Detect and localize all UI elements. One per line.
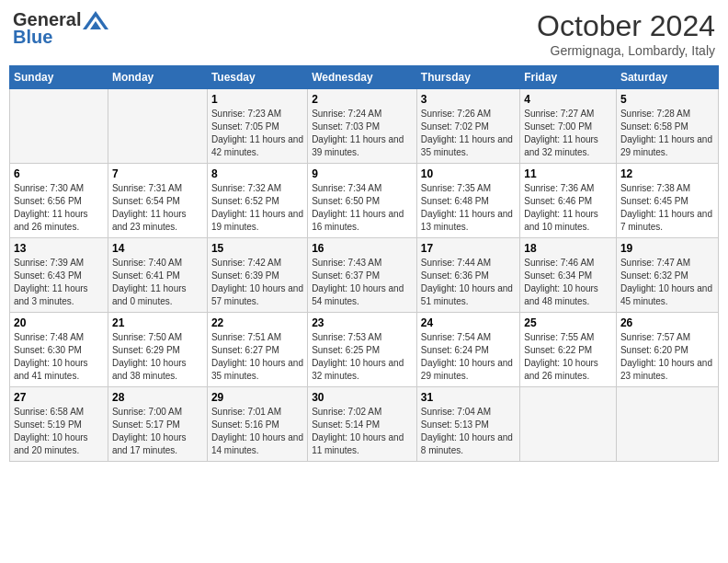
day-info: Sunrise: 7:27 AM Sunset: 7:00 PM Dayligh… (524, 108, 612, 159)
day-number: 7 (112, 167, 203, 180)
day-number: 5 (620, 93, 714, 106)
calendar-cell (520, 387, 617, 462)
day-header-sunday: Sunday (10, 66, 108, 89)
calendar-cell: 9Sunrise: 7:34 AM Sunset: 6:50 PM Daylig… (308, 164, 417, 238)
day-header-thursday: Thursday (416, 66, 519, 89)
day-info: Sunrise: 7:04 AM Sunset: 5:13 PM Dayligh… (421, 406, 516, 457)
calendar-cell (108, 89, 207, 164)
day-number: 27 (14, 391, 104, 404)
day-number: 10 (421, 167, 516, 180)
calendar-cell: 26Sunrise: 7:57 AM Sunset: 6:20 PM Dayli… (616, 313, 718, 387)
day-info: Sunrise: 7:53 AM Sunset: 6:25 PM Dayligh… (312, 331, 413, 383)
calendar-cell: 6Sunrise: 7:30 AM Sunset: 6:56 PM Daylig… (10, 164, 108, 238)
day-info: Sunrise: 7:23 AM Sunset: 7:05 PM Dayligh… (211, 108, 303, 159)
logo-icon (83, 11, 108, 29)
calendar-week-4: 20Sunrise: 7:48 AM Sunset: 6:30 PM Dayli… (10, 313, 719, 387)
calendar-cell (616, 387, 718, 462)
day-header-monday: Monday (108, 66, 207, 89)
calendar-cell: 16Sunrise: 7:43 AM Sunset: 6:37 PM Dayli… (308, 238, 417, 313)
day-number: 25 (524, 316, 612, 329)
day-info: Sunrise: 7:00 AM Sunset: 5:17 PM Dayligh… (112, 406, 203, 457)
logo: General Blue (13, 9, 108, 48)
month-title: October 2024 (537, 9, 715, 43)
calendar-cell: 15Sunrise: 7:42 AM Sunset: 6:39 PM Dayli… (207, 238, 307, 313)
calendar-cell: 23Sunrise: 7:53 AM Sunset: 6:25 PM Dayli… (308, 313, 417, 387)
day-number: 21 (112, 316, 203, 329)
calendar-cell: 2Sunrise: 7:24 AM Sunset: 7:03 PM Daylig… (308, 89, 417, 164)
day-info: Sunrise: 7:42 AM Sunset: 6:39 PM Dayligh… (211, 257, 303, 308)
day-number: 19 (620, 242, 714, 255)
calendar-week-3: 13Sunrise: 7:39 AM Sunset: 6:43 PM Dayli… (10, 238, 719, 313)
day-info: Sunrise: 7:57 AM Sunset: 6:20 PM Dayligh… (620, 331, 714, 383)
day-info: Sunrise: 7:43 AM Sunset: 6:37 PM Dayligh… (312, 257, 413, 308)
day-info: Sunrise: 7:34 AM Sunset: 6:50 PM Dayligh… (312, 182, 413, 234)
day-info: Sunrise: 7:26 AM Sunset: 7:02 PM Dayligh… (421, 108, 516, 159)
day-info: Sunrise: 7:51 AM Sunset: 6:27 PM Dayligh… (211, 331, 303, 383)
page-header: General Blue October 2024 Germignaga, Lo… (9, 9, 719, 58)
calendar-cell: 24Sunrise: 7:54 AM Sunset: 6:24 PM Dayli… (416, 313, 519, 387)
day-info: Sunrise: 7:50 AM Sunset: 6:29 PM Dayligh… (112, 331, 203, 383)
day-number: 18 (524, 242, 612, 255)
calendar-cell: 12Sunrise: 7:38 AM Sunset: 6:45 PM Dayli… (616, 164, 718, 238)
day-number: 24 (421, 316, 516, 329)
calendar-cell: 28Sunrise: 7:00 AM Sunset: 5:17 PM Dayli… (108, 387, 207, 462)
day-number: 15 (211, 242, 303, 255)
day-number: 4 (524, 93, 612, 106)
day-number: 6 (14, 167, 104, 180)
calendar-cell: 14Sunrise: 7:40 AM Sunset: 6:41 PM Dayli… (108, 238, 207, 313)
day-info: Sunrise: 7:31 AM Sunset: 6:54 PM Dayligh… (112, 182, 203, 234)
calendar-week-1: 1Sunrise: 7:23 AM Sunset: 7:05 PM Daylig… (10, 89, 719, 164)
day-number: 22 (211, 316, 303, 329)
days-header-row: SundayMondayTuesdayWednesdayThursdayFrid… (10, 66, 719, 89)
day-info: Sunrise: 7:40 AM Sunset: 6:41 PM Dayligh… (112, 257, 203, 308)
day-info: Sunrise: 7:44 AM Sunset: 6:36 PM Dayligh… (421, 257, 516, 308)
calendar-week-5: 27Sunrise: 6:58 AM Sunset: 5:19 PM Dayli… (10, 387, 719, 462)
title-block: October 2024 Germignaga, Lombardy, Italy (537, 9, 715, 58)
day-info: Sunrise: 7:54 AM Sunset: 6:24 PM Dayligh… (421, 331, 516, 383)
calendar-cell: 4Sunrise: 7:27 AM Sunset: 7:00 PM Daylig… (520, 89, 617, 164)
day-info: Sunrise: 7:32 AM Sunset: 6:52 PM Dayligh… (211, 182, 303, 234)
day-number: 2 (312, 93, 413, 106)
day-info: Sunrise: 7:30 AM Sunset: 6:56 PM Dayligh… (14, 182, 104, 234)
day-number: 1 (211, 93, 303, 106)
calendar-cell: 5Sunrise: 7:28 AM Sunset: 6:58 PM Daylig… (616, 89, 718, 164)
day-number: 3 (421, 93, 516, 106)
calendar-cell: 21Sunrise: 7:50 AM Sunset: 6:29 PM Dayli… (108, 313, 207, 387)
day-header-wednesday: Wednesday (308, 66, 417, 89)
day-header-saturday: Saturday (616, 66, 718, 89)
calendar-cell: 11Sunrise: 7:36 AM Sunset: 6:46 PM Dayli… (520, 164, 617, 238)
calendar-cell: 20Sunrise: 7:48 AM Sunset: 6:30 PM Dayli… (10, 313, 108, 387)
day-info: Sunrise: 7:47 AM Sunset: 6:32 PM Dayligh… (620, 257, 714, 308)
calendar-cell: 29Sunrise: 7:01 AM Sunset: 5:16 PM Dayli… (207, 387, 307, 462)
calendar-cell: 27Sunrise: 6:58 AM Sunset: 5:19 PM Dayli… (10, 387, 108, 462)
calendar-cell: 13Sunrise: 7:39 AM Sunset: 6:43 PM Dayli… (10, 238, 108, 313)
calendar-cell: 31Sunrise: 7:04 AM Sunset: 5:13 PM Dayli… (416, 387, 519, 462)
calendar-cell: 22Sunrise: 7:51 AM Sunset: 6:27 PM Dayli… (207, 313, 307, 387)
calendar-cell: 7Sunrise: 7:31 AM Sunset: 6:54 PM Daylig… (108, 164, 207, 238)
day-info: Sunrise: 7:35 AM Sunset: 6:48 PM Dayligh… (421, 182, 516, 234)
day-info: Sunrise: 7:24 AM Sunset: 7:03 PM Dayligh… (312, 108, 413, 159)
day-header-friday: Friday (520, 66, 617, 89)
day-info: Sunrise: 7:46 AM Sunset: 6:34 PM Dayligh… (524, 257, 612, 308)
day-info: Sunrise: 6:58 AM Sunset: 5:19 PM Dayligh… (14, 406, 104, 457)
day-number: 29 (211, 391, 303, 404)
day-info: Sunrise: 7:39 AM Sunset: 6:43 PM Dayligh… (14, 257, 104, 308)
day-info: Sunrise: 7:55 AM Sunset: 6:22 PM Dayligh… (524, 331, 612, 383)
day-info: Sunrise: 7:02 AM Sunset: 5:14 PM Dayligh… (312, 406, 413, 457)
day-number: 26 (620, 316, 714, 329)
calendar-cell (10, 89, 108, 164)
day-number: 17 (421, 242, 516, 255)
day-number: 23 (312, 316, 413, 329)
day-number: 11 (524, 167, 612, 180)
day-info: Sunrise: 7:38 AM Sunset: 6:45 PM Dayligh… (620, 182, 714, 234)
calendar-cell: 8Sunrise: 7:32 AM Sunset: 6:52 PM Daylig… (207, 164, 307, 238)
calendar-cell: 19Sunrise: 7:47 AM Sunset: 6:32 PM Dayli… (616, 238, 718, 313)
day-info: Sunrise: 7:48 AM Sunset: 6:30 PM Dayligh… (14, 331, 104, 383)
location: Germignaga, Lombardy, Italy (537, 43, 715, 58)
day-info: Sunrise: 7:28 AM Sunset: 6:58 PM Dayligh… (620, 108, 714, 159)
calendar-cell: 17Sunrise: 7:44 AM Sunset: 6:36 PM Dayli… (416, 238, 519, 313)
day-info: Sunrise: 7:36 AM Sunset: 6:46 PM Dayligh… (524, 182, 612, 234)
calendar-cell: 10Sunrise: 7:35 AM Sunset: 6:48 PM Dayli… (416, 164, 519, 238)
day-header-tuesday: Tuesday (207, 66, 307, 89)
calendar-week-2: 6Sunrise: 7:30 AM Sunset: 6:56 PM Daylig… (10, 164, 719, 238)
